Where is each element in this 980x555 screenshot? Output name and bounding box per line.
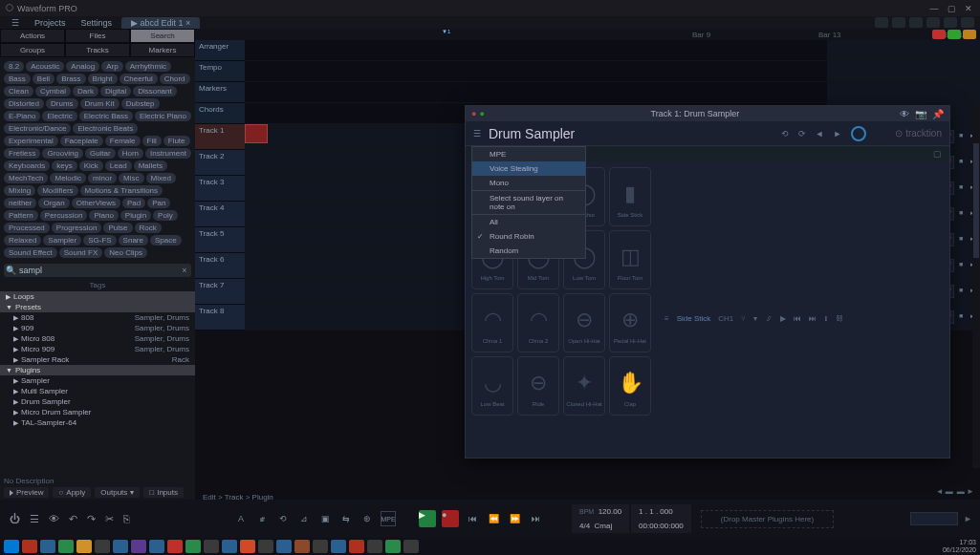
mute-button[interactable]: ■ [956, 209, 966, 219]
taskbar-app-8[interactable] [149, 540, 164, 553]
tag[interactable]: Mixed [146, 173, 176, 183]
tag[interactable]: Pan [147, 198, 170, 208]
strip-link-icon[interactable]: ⛓ [836, 314, 843, 323]
tag[interactable]: MechTech [4, 173, 48, 183]
tag[interactable]: Piano [89, 210, 118, 221]
play-button[interactable]: ▶ [419, 510, 436, 527]
taskbar-app-10[interactable] [185, 540, 201, 553]
toolbar-settings[interactable]: Settings [76, 18, 119, 28]
snap-icon[interactable]: ⸙ [254, 511, 270, 526]
taskbar-app-12[interactable] [222, 540, 237, 553]
undo-icon[interactable]: ↶ [69, 513, 77, 525]
tag[interactable]: neither [4, 198, 36, 208]
browser-tab-groups[interactable]: Groups [0, 43, 65, 57]
taskbar-app-2[interactable] [40, 540, 55, 553]
master-plugins-drop[interactable]: (Drop Master Plugins Here) [701, 510, 834, 528]
browser-tab-tracks[interactable]: Tracks [65, 43, 130, 57]
taskbar-app-19[interactable] [349, 540, 364, 553]
plugin-redo-icon[interactable]: ⟳ [798, 129, 806, 139]
paste-icon[interactable]: ⎘ [123, 513, 130, 524]
taskbar-app-4[interactable] [76, 540, 92, 553]
tag[interactable]: Drums [46, 98, 78, 109]
mute-button[interactable]: ■ [956, 287, 966, 296]
eye-icon[interactable]: 👁 [49, 513, 59, 524]
tempo-bpm[interactable]: 120.00 [599, 507, 621, 516]
tag[interactable]: OtherViews [72, 198, 120, 208]
tag[interactable]: Dissonant [133, 86, 177, 96]
tag[interactable]: Grooving [42, 148, 82, 159]
plugin-gain-knob[interactable] [851, 126, 866, 141]
drum-pad[interactable]: ◡Low Beat [471, 356, 513, 416]
tag[interactable]: Sampler [43, 235, 81, 245]
mute-button[interactable]: ■ [956, 312, 966, 322]
browser-tab-files[interactable]: Files [65, 29, 130, 43]
position-bars[interactable]: 1 . 1 . 000 [631, 504, 691, 519]
tag[interactable]: Arrhythmic [125, 61, 171, 72]
taskbar-app-7[interactable] [131, 540, 146, 553]
tag[interactable]: Plugin [120, 210, 151, 221]
tag[interactable]: Rock [135, 223, 162, 233]
preset-item[interactable]: ▶909Sampler, Drums [0, 323, 195, 333]
mute-button[interactable]: ■ [956, 158, 966, 167]
mute-button[interactable]: ■ [956, 132, 966, 141]
mpe-toggle[interactable]: MPE [381, 511, 396, 526]
tag[interactable]: Digital [100, 86, 131, 96]
taskbar-app-15[interactable] [276, 540, 292, 553]
tag[interactable]: Snare [119, 235, 148, 245]
tag[interactable]: Relaxed [4, 235, 41, 245]
tag[interactable]: Bright [88, 74, 118, 84]
tag[interactable]: Guitar [85, 148, 116, 159]
tag[interactable]: Melodic [50, 173, 86, 183]
tag[interactable]: Fill [142, 136, 162, 146]
taskbar-app-1[interactable] [22, 540, 37, 553]
window-close[interactable]: ✕ [963, 3, 974, 14]
tag[interactable]: Electric [42, 111, 76, 121]
record-button[interactable]: ● [442, 510, 459, 527]
tempo-sig[interactable]: 4/4 [579, 522, 590, 530]
tag[interactable]: Misc [119, 173, 143, 183]
loop-icon[interactable]: ⟲ [275, 511, 291, 526]
taskbar-app-14[interactable] [258, 540, 273, 553]
taskbar-app-11[interactable] [204, 540, 219, 553]
tag[interactable]: Bass [4, 74, 31, 84]
tag[interactable]: Pad [122, 198, 145, 208]
toolbar-icon-3[interactable] [909, 17, 923, 28]
scroll-icon[interactable]: ⇆ [338, 511, 354, 526]
tag[interactable]: Female [105, 136, 141, 146]
tag[interactable]: Faceplate [60, 136, 103, 146]
drum-pad[interactable]: ⊖Ride [517, 356, 559, 416]
tag[interactable]: Distorted [4, 98, 44, 109]
vertical-scrollbar[interactable] [972, 105, 980, 468]
nav-next-icon[interactable]: ▬ ► [957, 487, 974, 496]
track-header-6[interactable]: Track 6 [195, 253, 245, 279]
tag[interactable]: Experimental [4, 136, 58, 146]
drum-pad[interactable]: ◠China 2 [517, 293, 559, 352]
menu-random[interactable]: Random [472, 244, 585, 258]
toolbar-icon-2[interactable] [892, 17, 905, 28]
strip-channel[interactable]: CH1 [718, 314, 733, 323]
track-header-8[interactable]: Track 8 [195, 305, 245, 331]
menu-round-robin[interactable]: Round Robin [472, 229, 585, 244]
plugin-item[interactable]: ▶Micro Drum Sampler [0, 407, 195, 417]
tag[interactable]: Pulse [103, 223, 132, 233]
master-meter[interactable] [910, 512, 958, 525]
tag[interactable]: Keyboards [4, 160, 50, 171]
drum-pad[interactable]: ✦Closed Hi-Hat [563, 356, 605, 416]
plugin-power-icon[interactable]: ● [479, 109, 484, 118]
plugin-camera-icon[interactable]: 📷 [915, 109, 926, 119]
forward-end-icon[interactable]: ⏭ [528, 511, 543, 526]
preset-item[interactable]: ▶Sampler RackRack [0, 354, 195, 365]
mute-button[interactable]: ■ [956, 183, 966, 193]
taskbar-app-9[interactable] [167, 540, 183, 553]
tag[interactable]: Acoustic [26, 61, 64, 72]
window-minimize[interactable]: — [928, 3, 940, 14]
toolbar-file-tab[interactable]: ▶ abcd Edit 1 × [121, 17, 200, 29]
power-icon[interactable]: ⏻ [10, 513, 20, 524]
strip-prev-icon[interactable]: ⏮ [794, 314, 801, 323]
tag[interactable]: Poly [153, 210, 178, 221]
tag[interactable]: Flute [163, 136, 190, 146]
tag[interactable]: Dark [73, 86, 98, 96]
tag[interactable]: minor [88, 173, 117, 183]
start-icon[interactable] [4, 540, 19, 553]
tempo-key[interactable]: Cmaj [595, 522, 613, 530]
